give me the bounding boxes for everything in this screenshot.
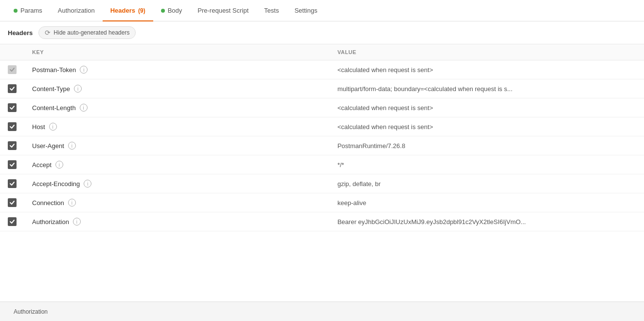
row-checkbox-cell [0,98,24,117]
tab-tests[interactable]: Tests [256,0,286,21]
row-value-text: Bearer eyJhbGciOiJIUzUxMiJ9.eyJsb2dpbl91… [338,218,526,226]
info-icon[interactable]: i [68,142,76,150]
row-value-text: multipart/form-data; boundary=<calculate… [338,85,513,93]
row-value-cell: <calculated when request is sent> [330,60,644,79]
row-checkbox[interactable] [8,160,17,169]
row-checkbox[interactable] [8,141,17,150]
row-checkbox-cell [0,117,24,136]
hide-autogenerated-button[interactable]: ⟳ Hide auto-generated headers [38,26,136,39]
tab-params[interactable]: Params [6,0,50,21]
tab-body[interactable]: Body [153,0,190,21]
sub-header: Headers ⟳ Hide auto-generated headers [0,21,644,44]
row-checkbox[interactable] [8,65,17,74]
info-icon[interactable]: i [68,199,76,207]
row-key-text: Host [32,123,45,131]
table-row: Content-Typeimultipart/form-data; bounda… [0,79,644,98]
row-checkbox[interactable] [8,84,17,93]
row-value-text: <calculated when request is sent> [338,123,433,131]
params-dot [14,9,18,13]
row-value-cell: <calculated when request is sent> [330,117,644,136]
headers-badge: (9) [138,7,145,14]
row-checkbox-cell [0,60,24,79]
row-checkbox-cell [0,212,24,231]
table-row: Accept-Encodingigzip, deflate, br [0,174,644,193]
table-row: AuthorizationiBearer eyJhbGciOiJIUzUxMiJ… [0,212,644,231]
tab-pre-request-script[interactable]: Pre-request Script [190,0,256,21]
autogen-icon: ⟳ [45,29,51,37]
col-header-value: VALUE [330,44,644,60]
row-value-cell: Bearer eyJhbGciOiJIUzUxMiJ9.eyJsb2dpbl91… [330,212,644,231]
row-key-text: Connection [32,199,64,207]
row-key-cell: Hosti [24,117,330,136]
row-key-text: Content-Length [32,104,76,112]
col-header-check [0,44,24,60]
row-checkbox[interactable] [8,122,17,131]
info-icon[interactable]: i [80,66,88,74]
info-icon[interactable]: i [73,218,81,226]
table-row: Accepti*/* [0,155,644,174]
row-value-text: gzip, deflate, br [338,180,381,188]
row-key-cell: Accepti [24,155,330,174]
info-icon[interactable]: i [84,180,91,188]
row-checkbox-cell [0,79,24,98]
row-value-cell: <calculated when request is sent> [330,98,644,117]
info-icon[interactable]: i [80,104,88,112]
row-checkbox-cell [0,174,24,193]
row-key-cell: Postman-Tokeni [24,60,330,79]
row-key-text: Content-Type [32,85,70,93]
row-value-text: PostmanRuntime/7.26.8 [338,142,405,150]
headers-table: KEY VALUE Postman-Tokeni<calculated when… [0,44,644,231]
row-key-cell: Authorizationi [24,212,330,231]
row-value-cell: keep-alive [330,193,644,212]
tab-headers[interactable]: Headers (9) [103,0,153,21]
row-checkbox[interactable] [8,179,17,188]
info-icon[interactable]: i [74,85,82,93]
row-value-text: <calculated when request is sent> [338,104,433,112]
row-value-text: */* [338,161,344,169]
table-row: Connectionikeep-alive [0,193,644,212]
row-key-cell: Content-Typei [24,79,330,98]
row-value-text: <calculated when request is sent> [338,66,433,74]
tab-authorization[interactable]: Authorization [50,0,103,21]
row-value-cell: */* [330,155,644,174]
row-checkbox-cell [0,155,24,174]
row-value-cell: multipart/form-data; boundary=<calculate… [330,79,644,98]
row-checkbox-cell [0,193,24,212]
row-key-cell: Accept-Encodingi [24,174,330,193]
table-row: Content-Lengthi<calculated when request … [0,98,644,117]
row-checkbox-cell [0,136,24,155]
row-checkbox[interactable] [8,103,17,112]
row-value-cell: PostmanRuntime/7.26.8 [330,136,644,155]
table-row: User-AgentiPostmanRuntime/7.26.8 [0,136,644,155]
table-row: Postman-Tokeni<calculated when request i… [0,60,644,79]
col-header-key: KEY [24,44,330,60]
row-key-text: Accept-Encoding [32,180,80,188]
row-key-text: Postman-Token [32,66,76,74]
row-key-cell: Content-Lengthi [24,98,330,117]
tab-bar: Params Authorization Headers (9) Body Pr… [0,0,644,21]
row-key-text: Authorization [32,218,69,226]
tab-settings[interactable]: Settings [286,0,325,21]
body-dot [161,9,165,13]
row-key-cell: User-Agenti [24,136,330,155]
row-value-cell: gzip, deflate, br [330,174,644,193]
info-icon[interactable]: i [49,123,57,131]
table-row: Hosti<calculated when request is sent> [0,117,644,136]
row-checkbox[interactable] [8,217,17,226]
headers-section-title: Headers [8,29,33,37]
row-value-text: keep-alive [338,199,366,207]
row-key-cell: Connectioni [24,193,330,212]
row-key-text: User-Agent [32,142,64,150]
row-checkbox[interactable] [8,198,17,207]
row-key-text: Accept [32,161,52,169]
info-icon[interactable]: i [55,161,63,169]
